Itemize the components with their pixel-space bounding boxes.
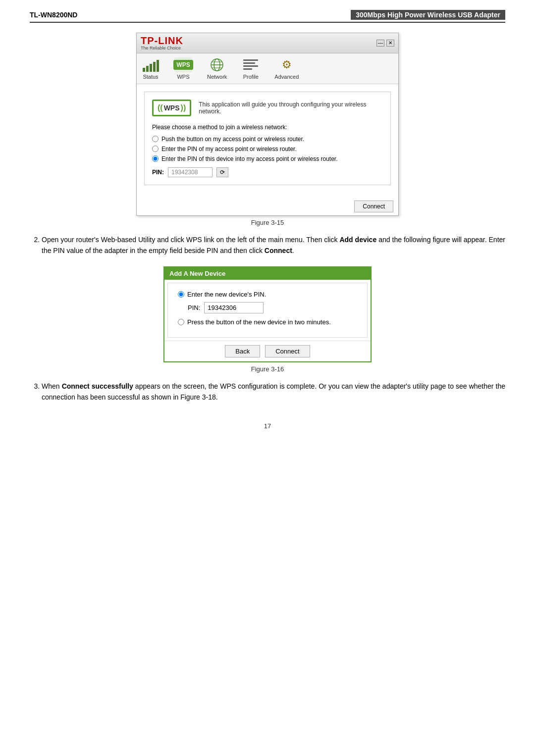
dialog-pin-input[interactable]: [204, 302, 264, 313]
figure-16-caption: Figure 3-16: [30, 365, 505, 373]
instruction-list-3: When Connect successfully appears on the…: [30, 381, 505, 403]
toolbar-item-profile[interactable]: Profile: [242, 57, 260, 80]
instruction-2-bold1: Add device: [339, 236, 376, 244]
signal-bars-icon: [143, 58, 159, 72]
toolbar-advanced-label: Advanced: [274, 74, 299, 80]
wps-radio-2[interactable]: [152, 146, 159, 152]
instruction-2-text-end: .: [292, 247, 294, 254]
dialog-pin-label: PIN:: [188, 304, 200, 311]
wps-option-1: Push the button on my access point or wi…: [152, 136, 383, 143]
pin-row: PIN: ⟳: [152, 167, 383, 177]
profile-icon-container: [242, 57, 260, 72]
instruction-2-text: Open your router's Web-based Utility and…: [42, 234, 505, 256]
window-controls: — ✕: [376, 40, 394, 47]
pin-input[interactable]: [168, 167, 213, 177]
wps-option-1-label: Push the button on my access point or wi…: [161, 136, 304, 143]
dialog-option-2-label: Press the button of the new device in tw…: [187, 318, 331, 326]
dialog-titlebar: Add A New Device: [164, 267, 371, 280]
pin-label: PIN:: [152, 169, 164, 176]
toolbar-network-label: Network: [207, 74, 227, 80]
dialog-back-button[interactable]: Back: [225, 345, 260, 357]
doc-header: TL-WN8200ND 300Mbps High Power Wireless …: [30, 10, 505, 23]
dialog-radio-2[interactable]: [178, 319, 184, 325]
dialog-radio-1[interactable]: [178, 291, 184, 298]
toolbar-profile-label: Profile: [243, 74, 259, 80]
wps-header: (( WPS )) This application will guide yo…: [152, 100, 383, 116]
wps-right-arrow: )): [181, 103, 186, 112]
brand-name: TP-LINK: [141, 35, 183, 46]
app-connect-button[interactable]: Connect: [354, 201, 393, 212]
instruction-2-bold2: Connect: [265, 247, 292, 254]
advanced-icon-container: ⚙: [278, 57, 296, 72]
dialog-pin-row: PIN:: [188, 302, 357, 313]
refresh-pin-button[interactable]: ⟳: [216, 167, 228, 177]
dialog-content: Enter the new device's PIN. PIN: Press t…: [167, 283, 368, 338]
app-toolbar: Status WPS WPS Network: [137, 53, 398, 84]
add-new-device-dialog: Add A New Device Enter the new device's …: [163, 266, 372, 362]
toolbar-wps-label: WPS: [177, 74, 189, 80]
app-footer: Connect: [137, 198, 398, 215]
status-icon: [142, 57, 160, 72]
wps-radio-1[interactable]: [152, 136, 159, 142]
toolbar-item-status[interactable]: Status: [142, 57, 160, 80]
wps-text: WPS: [164, 104, 180, 112]
app-window: TP-LINK The Reliable Choice — ✕ Status: [136, 33, 399, 216]
wps-option-3-label: Enter the PIN of this device into my acc…: [161, 155, 338, 162]
wps-radio-3[interactable]: [152, 155, 159, 162]
dialog-connect-button[interactable]: Connect: [265, 345, 310, 357]
gear-person-icon: ⚙: [282, 58, 292, 71]
instruction-3-bold1: Connect successfully: [62, 382, 133, 390]
close-button[interactable]: ✕: [386, 40, 394, 47]
wps-logo-inner: (( WPS )): [158, 103, 186, 112]
wps-logo-badge: (( WPS )): [152, 100, 191, 116]
wps-description: This application will guide you through …: [199, 101, 383, 115]
choose-method-label: Please choose a method to join a wireles…: [152, 124, 383, 131]
page-number: 17: [30, 422, 505, 430]
dialog-footer: Back Connect: [164, 341, 371, 361]
dialog-option-1-label: Enter the new device's PIN.: [187, 291, 266, 298]
dialog-option-1: Enter the new device's PIN.: [178, 291, 357, 298]
dialog-option-2: Press the button of the new device in tw…: [178, 318, 357, 326]
wps-option-3: Enter the PIN of this device into my acc…: [152, 155, 383, 162]
app-content: (( WPS )) This application will guide yo…: [137, 84, 398, 198]
figure-15-caption: Figure 3-15: [30, 219, 505, 226]
wps-content-panel: (( WPS )) This application will guide yo…: [144, 92, 391, 185]
wps-option-2-label: Enter the PIN of my access point or wire…: [161, 146, 297, 152]
product-description: 300Mbps High Power Wireless USB Adapter: [351, 10, 505, 20]
tp-link-logo: TP-LINK The Reliable Choice: [141, 35, 183, 51]
wps-toolbar-icon: WPS: [174, 57, 192, 72]
instruction-3-text-before: When: [42, 382, 62, 390]
globe-icon: [210, 58, 224, 72]
wps-left-arrow: ((: [158, 103, 163, 112]
instruction-list: Open your router's Web-based Utility and…: [30, 234, 505, 256]
instruction-2: Open your router's Web-based Utility and…: [42, 234, 505, 256]
profile-lines-icon: [243, 59, 258, 70]
app-titlebar: TP-LINK The Reliable Choice — ✕: [137, 33, 398, 53]
toolbar-status-label: Status: [143, 74, 158, 80]
instruction-3: When Connect successfully appears on the…: [42, 381, 505, 403]
model-name: TL-WN8200ND: [30, 11, 77, 19]
wps-option-2: Enter the PIN of my access point or wire…: [152, 146, 383, 152]
network-icon-container: [208, 57, 226, 72]
toolbar-item-wps[interactable]: WPS WPS: [174, 57, 192, 80]
wps-icon: WPS: [173, 60, 193, 70]
instruction-3-text: When Connect successfully appears on the…: [42, 381, 505, 403]
toolbar-item-network[interactable]: Network: [207, 57, 227, 80]
brand-tagline: The Reliable Choice: [141, 46, 183, 51]
toolbar-item-advanced[interactable]: ⚙ Advanced: [274, 57, 299, 80]
minimize-button[interactable]: —: [376, 40, 384, 47]
instruction-2-text-before: Open your router's Web-based Utility and…: [42, 236, 339, 244]
